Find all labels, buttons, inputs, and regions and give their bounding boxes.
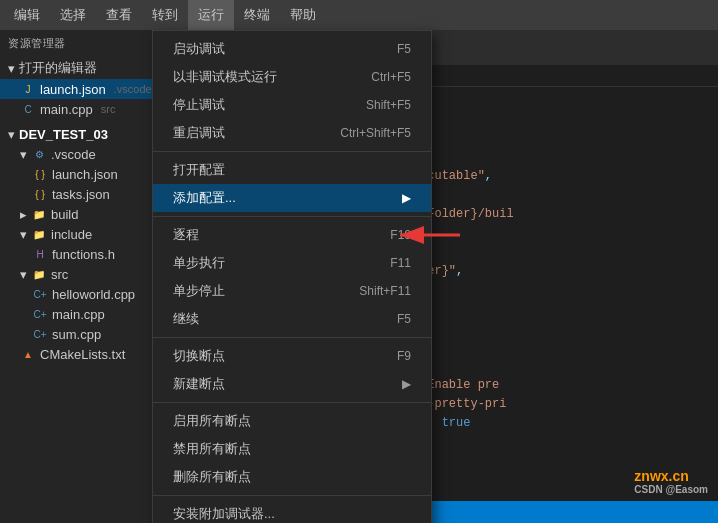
open-editors-group[interactable]: ▾ 打开的编辑器 (0, 57, 199, 79)
project-root[interactable]: ▾ DEV_TEST_03 (0, 125, 199, 144)
file-cmakelists[interactable]: ▲ CMakeLists.txt (0, 344, 199, 364)
menu-bar: 编辑 选择 查看 转到 运行 终端 帮助 (0, 0, 718, 30)
sidebar: 资源管理器 ▾ 打开的编辑器 J launch.json .vscode C m… (0, 30, 200, 523)
folder-icon: 📁 (31, 226, 47, 242)
json-icon: J (20, 81, 36, 97)
menu-goto[interactable]: 转到 (142, 0, 188, 30)
folder-icon: 📁 (31, 206, 47, 222)
folder-src[interactable]: ▾ 📁 src (0, 264, 199, 284)
file-launch-json[interactable]: { } launch.json (0, 164, 199, 184)
chevron-down-icon: ▾ (20, 267, 27, 282)
sidebar-title: 资源管理器 (0, 30, 199, 57)
editor-tabs: { } launch.json ✕ C+ main.cpp ✕ (200, 30, 718, 65)
tab-main-cpp[interactable]: C+ main.cpp ✕ (314, 33, 420, 65)
editor-content[interactable]: 12345 678910 1112131415 1617181920 2122 … (200, 87, 718, 523)
file-tasks-json[interactable]: { } tasks.json (0, 184, 199, 204)
tab-launch-json[interactable]: { } launch.json ✕ (200, 33, 314, 65)
line-numbers: 12345 678910 1112131415 1617181920 2122 (200, 87, 236, 523)
file-sum-cpp[interactable]: C+ sum.cpp (0, 324, 199, 344)
menu-help[interactable]: 帮助 (280, 0, 326, 30)
json-icon: { } (32, 166, 48, 182)
vscode-icon: ⚙ (31, 146, 47, 162)
file-functions-h[interactable]: H functions.h (0, 244, 199, 264)
menu-terminal[interactable]: 终端 (234, 0, 280, 30)
open-file-launch-json[interactable]: J launch.json .vscode (0, 79, 199, 99)
editor-area: { } launch.json ✕ C+ main.cpp ✕ launch.j… (200, 30, 718, 523)
file-main-cpp[interactable]: C+ main.cpp (0, 304, 199, 324)
chevron-down-icon: ▾ (8, 61, 15, 76)
menu-select[interactable]: 选择 (50, 0, 96, 30)
close-tab-icon[interactable]: ✕ (400, 44, 408, 55)
folder-build[interactable]: ▸ 📁 build (0, 204, 199, 224)
chevron-down-icon: ▾ (20, 147, 27, 162)
cpp-icon: C (20, 101, 36, 117)
breadcrumb: launch.json (200, 65, 718, 87)
menu-edit[interactable]: 编辑 (4, 0, 50, 30)
menu-run[interactable]: 运行 (188, 0, 234, 30)
cpp-icon: C+ (32, 326, 48, 342)
cmake-icon: ▲ (20, 346, 36, 362)
close-tab-icon[interactable]: ✕ (294, 44, 302, 55)
cpp-icon: C+ (326, 44, 339, 55)
code-content[interactable]: // t configurations "0.2.0", ions: [ rpe… (236, 87, 718, 523)
cpp-icon: C+ (32, 306, 48, 322)
menu-view[interactable]: 查看 (96, 0, 142, 30)
h-icon: H (32, 246, 48, 262)
json-icon: { } (212, 44, 221, 55)
chevron-down-icon: ▾ (8, 127, 15, 142)
file-helloworld-cpp[interactable]: C+ helloworld.cpp (0, 284, 199, 304)
json-icon: { } (32, 186, 48, 202)
folder-include[interactable]: ▾ 📁 include (0, 224, 199, 244)
status-bar: // 执行前先执行task的编译内容 (200, 501, 718, 523)
open-file-main-cpp[interactable]: C main.cpp src (0, 99, 199, 119)
chevron-down-icon: ▾ (20, 227, 27, 242)
folder-vscode[interactable]: ▾ ⚙ .vscode (0, 144, 199, 164)
chevron-right-icon: ▸ (20, 207, 27, 222)
status-text: // 执行前先执行task的编译内容 (210, 505, 360, 520)
cpp-icon: C+ (32, 286, 48, 302)
folder-icon: 📁 (31, 266, 47, 282)
